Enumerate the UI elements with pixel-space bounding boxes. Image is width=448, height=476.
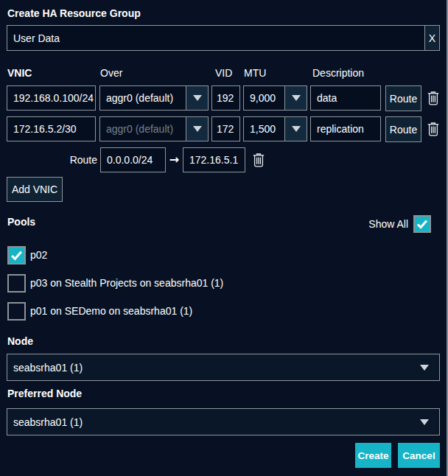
header-vid: VID [215,68,232,79]
check-icon [10,248,24,262]
over-select-2[interactable]: aggr0 (default) [99,116,209,141]
pool-checkbox-p01[interactable] [7,302,26,321]
description-input-2[interactable] [310,116,381,141]
over-select-value-1: aggr0 (default) [100,86,186,110]
mtu-select-value-2: 1,500 [244,117,284,141]
pools-label: Pools [7,217,35,228]
show-all-label: Show All [368,219,408,230]
preferred-node-select[interactable]: seabsrha01 (1) [7,408,440,435]
description-input-1[interactable] [310,85,381,111]
delete-vnic-icon-2[interactable] [427,122,439,136]
resource-group-name-input[interactable] [7,25,425,51]
delete-route-icon[interactable] [253,153,265,167]
show-all-checkbox[interactable] [413,215,431,233]
create-button[interactable]: Create [355,443,391,468]
group-name-field: X [7,25,440,51]
pool-checkbox-p03[interactable] [7,274,26,293]
mtu-select-2[interactable]: 1,500 [243,116,307,141]
route-button-2[interactable]: Route [385,116,421,142]
route-network-input[interactable] [100,147,166,172]
chevron-down-icon [420,365,429,371]
over-select-arrow-1[interactable] [186,86,208,110]
node-select-value: seabsrha01 (1) [13,362,83,374]
add-vnic-button[interactable]: Add VNIC [7,177,63,202]
header-vnic: VNIC [7,68,32,79]
route-gateway-input[interactable] [183,147,245,172]
route-arrow-icon: → [167,147,181,172]
route-button-1[interactable]: Route [385,85,421,111]
vid-input-2[interactable] [211,116,240,141]
delete-vnic-icon-1[interactable] [427,91,439,105]
mtu-select-1[interactable]: 9,000 [243,85,307,111]
cancel-button[interactable]: Cancel [398,443,440,468]
pool-label-p02: p02 [30,246,47,265]
header-over: Over [100,68,122,79]
pool-checkbox-p02[interactable] [7,246,26,265]
chevron-down-icon [292,126,301,132]
chevron-down-icon [193,126,202,132]
dialog-title: Create HA Resource Group [7,8,141,19]
clear-name-button[interactable]: X [424,25,440,51]
check-icon [416,217,429,231]
mtu-select-arrow-2[interactable] [284,117,307,141]
chevron-down-icon [292,95,301,101]
vid-input-1[interactable] [211,85,240,111]
over-select-value-2: aggr0 (default) [100,117,186,141]
route-row-label: Route [63,155,97,166]
mtu-select-value-1: 9,000 [244,86,284,110]
node-label: Node [7,336,33,347]
chevron-down-icon [193,95,202,101]
over-select-1[interactable]: aggr0 (default) [99,85,209,111]
pool-label-p01: p01 on SEDemo on seabsrha01 (1) [30,302,192,321]
mtu-select-arrow-1[interactable] [284,86,307,110]
chevron-down-icon [420,419,429,425]
vnic-address-input-1[interactable] [7,85,96,111]
vnic-address-input-2[interactable] [7,116,96,141]
preferred-node-select-value: seabsrha01 (1) [13,416,83,428]
over-select-arrow-2[interactable] [186,117,208,141]
preferred-node-label: Preferred Node [7,388,82,399]
header-mtu: MTU [244,68,266,79]
pool-label-p03: p03 on Stealth Projects on seabsrha01 (1… [30,274,223,293]
header-description: Description [312,68,364,79]
node-select[interactable]: seabsrha01 (1) [7,354,440,381]
